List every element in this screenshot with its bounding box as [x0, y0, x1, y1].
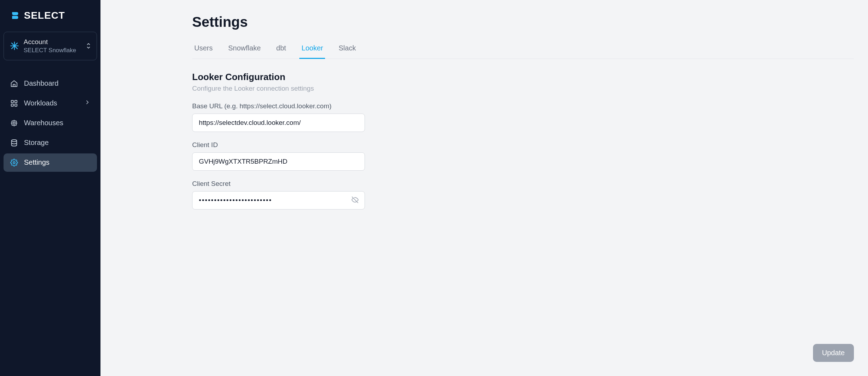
tab-snowflake[interactable]: Snowflake — [226, 40, 263, 59]
svg-point-14 — [12, 140, 17, 142]
client-id-label: Client ID — [192, 141, 854, 149]
page-title: Settings — [192, 14, 854, 30]
sidebar-item-label: Warehouses — [24, 119, 63, 127]
tab-dbt[interactable]: dbt — [274, 40, 288, 59]
sidebar-item-label: Settings — [24, 158, 49, 166]
main-content: Settings Users Snowflake dbt Looker Slac… — [100, 0, 868, 376]
svg-point-15 — [13, 162, 15, 164]
base-url-input[interactable] — [192, 114, 365, 132]
sidebar-item-settings[interactable]: Settings — [4, 153, 97, 172]
cpu-icon — [10, 119, 18, 127]
update-button[interactable]: Update — [813, 344, 854, 362]
svg-rect-9 — [13, 122, 15, 124]
section-subtitle: Configure the Looker connection settings — [192, 85, 854, 92]
sidebar-item-dashboard[interactable]: Dashboard — [4, 74, 97, 93]
account-value: SELECT Snowflake — [24, 47, 82, 54]
sidebar-item-storage[interactable]: Storage — [4, 134, 97, 152]
chevron-right-icon — [84, 99, 91, 107]
sidebar-item-warehouses[interactable]: Warehouses — [4, 114, 97, 132]
sidebar-item-workloads[interactable]: Workloads — [4, 94, 97, 113]
client-secret-label: Client Secret — [192, 180, 854, 188]
svg-rect-8 — [12, 121, 17, 125]
settings-tabs: Users Snowflake dbt Looker Slack — [192, 40, 854, 59]
svg-rect-6 — [11, 104, 13, 106]
toggle-secret-visibility-button[interactable] — [350, 195, 360, 206]
sidebar-item-label: Workloads — [24, 99, 57, 107]
sidebar-item-label: Storage — [24, 139, 49, 147]
client-secret-input[interactable] — [192, 191, 365, 210]
tab-looker[interactable]: Looker — [299, 40, 325, 59]
section-title: Looker Configuration — [192, 72, 854, 83]
snowflake-icon — [10, 41, 19, 51]
home-icon — [10, 79, 18, 88]
chevron-up-down-icon — [86, 42, 91, 49]
svg-rect-7 — [15, 104, 17, 106]
sidebar-item-label: Dashboard — [24, 79, 59, 87]
sidebar-nav: Dashboard Workloads Warehouses Storage — [4, 74, 97, 172]
svg-rect-4 — [11, 101, 13, 103]
gear-icon — [10, 158, 18, 167]
account-label: Account — [24, 38, 82, 47]
form-group-base-url: Base URL (e.g. https://select.cloud.look… — [192, 102, 854, 132]
form-group-client-secret: Client Secret — [192, 180, 854, 210]
brand-mark-icon — [11, 11, 20, 20]
database-icon — [10, 139, 18, 147]
client-id-input[interactable] — [192, 152, 365, 171]
grid-icon — [10, 99, 18, 108]
brand-logo: SELECT — [4, 10, 97, 21]
svg-rect-5 — [15, 101, 17, 103]
tab-slack[interactable]: Slack — [336, 40, 358, 59]
sidebar: SELECT Account SELECT Snowflake Dashboar… — [0, 0, 100, 376]
brand-name: SELECT — [24, 10, 65, 21]
base-url-label: Base URL (e.g. https://select.cloud.look… — [192, 102, 854, 110]
eye-off-icon — [352, 196, 359, 205]
account-text: Account SELECT Snowflake — [24, 38, 82, 54]
form-group-client-id: Client ID — [192, 141, 854, 171]
tab-users[interactable]: Users — [192, 40, 215, 59]
account-switcher[interactable]: Account SELECT Snowflake — [4, 32, 97, 60]
